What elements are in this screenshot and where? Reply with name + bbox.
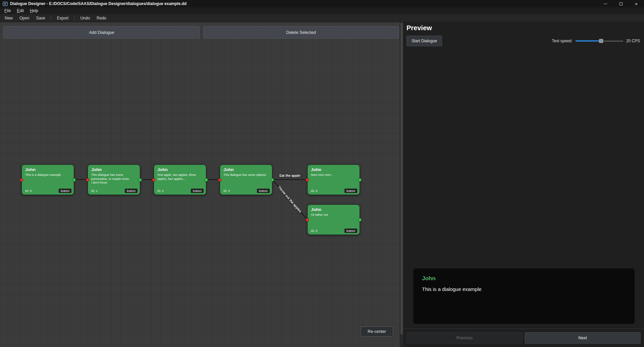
minimize-button[interactable]	[598, 0, 613, 7]
input-port[interactable]	[20, 178, 23, 182]
edge-label-eat-apple: Eat the apple	[279, 174, 300, 178]
preview-speaker-name: John	[422, 275, 626, 282]
node-anchor-select[interactable]: bottom	[344, 189, 357, 193]
node-anchor-select[interactable]: bottom	[191, 189, 204, 193]
node-speaker: John	[311, 167, 356, 172]
preview-footer: Previous Next	[403, 329, 644, 347]
node-footer: ID: 5 bottom	[311, 229, 357, 233]
node-speaker: John	[223, 167, 269, 172]
dialogue-preview-box: John This is a dialogue example	[413, 268, 635, 324]
node-footer: ID: 3 bottom	[223, 189, 270, 193]
close-button[interactable]: ×	[629, 0, 644, 7]
next-button[interactable]: Next	[525, 332, 641, 344]
input-port[interactable]	[152, 178, 155, 182]
maximize-button[interactable]	[613, 0, 629, 7]
menu-help[interactable]: Help	[27, 8, 41, 14]
toolbar-open[interactable]: Open	[16, 15, 33, 21]
window-title: Dialogue Designer - E:/DOCS/Code/SAAS/Di…	[10, 1, 186, 6]
node-anchor-select[interactable]: bottom	[59, 189, 71, 193]
input-port[interactable]	[86, 178, 89, 182]
node-id: ID: 2	[157, 189, 164, 193]
node-speaker: John	[91, 167, 137, 172]
dialogue-node-0[interactable]: John This is a dialogue example ID: 0 bo…	[21, 164, 74, 195]
node-id: ID: 5	[311, 229, 317, 233]
title-bar: Dialogue Designer - E:/DOCS/Code/SAAS/Di…	[0, 0, 644, 7]
canvas-vertical-scrollbar[interactable]	[400, 22, 403, 347]
scrollbar-thumb[interactable]	[400, 23, 403, 335]
dialogue-node-5[interactable]: John I'd rather not ID: 5 bottom	[307, 204, 360, 235]
minimize-icon	[604, 4, 607, 4]
node-id: ID: 1	[91, 189, 98, 193]
node-text: I'd rather not	[311, 213, 356, 217]
menu-edit[interactable]: Edit	[14, 8, 27, 14]
main-area: Add Dialogue Delete Selected Eat the app…	[0, 22, 644, 347]
output-port[interactable]	[271, 178, 274, 182]
node-speaker: John	[25, 167, 70, 172]
edge-label-throw-apples: Throw out the apples	[277, 185, 302, 213]
node-footer: ID: 4 bottom	[311, 189, 357, 193]
output-port[interactable]	[358, 218, 362, 221]
input-port[interactable]	[306, 218, 309, 221]
menu-bar: File Edit Help	[0, 7, 644, 14]
preview-panel: Preview Start Dialogue Text speed: 20 CP…	[403, 22, 644, 347]
dialogue-node-1[interactable]: John This dialogue has some punctuation,…	[88, 164, 140, 195]
node-speaker: John	[311, 207, 356, 212]
node-id: ID: 3	[223, 189, 230, 193]
output-port[interactable]	[139, 178, 142, 182]
toolbar-save[interactable]: Save	[33, 15, 48, 21]
preview-title: Preview	[407, 24, 432, 32]
toolbar-undo[interactable]: Undo	[77, 15, 93, 21]
delete-selected-button[interactable]: Delete Selected	[203, 26, 399, 39]
output-port[interactable]	[205, 178, 208, 182]
node-graph-canvas[interactable]: Add Dialogue Delete Selected Eat the app…	[0, 22, 400, 347]
dialogue-node-2[interactable]: John One apple, two apples, three apples…	[154, 164, 206, 195]
previous-button[interactable]: Previous	[407, 332, 523, 344]
node-speaker: John	[157, 167, 203, 172]
recenter-button[interactable]: Re-center	[361, 327, 393, 337]
text-speed-label: Text speed:	[552, 39, 572, 43]
app-window: Dialogue Designer - E:/DOCS/Code/SAAS/Di…	[0, 0, 644, 347]
text-speed-value: 20 CPS	[626, 39, 640, 43]
app-icon	[3, 1, 8, 6]
node-text: This dialogue has some options	[223, 173, 269, 177]
slider-fill	[576, 40, 601, 42]
dialogue-node-4[interactable]: John Nom nom nom... ID: 4 bottom	[307, 164, 360, 195]
node-text: One apple, two apples, three apples, fou…	[157, 173, 203, 181]
slider-handle[interactable]	[599, 39, 603, 43]
preview-dialogue-text: This is a dialogue example	[422, 286, 626, 292]
node-anchor-select[interactable]: bottom	[125, 189, 138, 193]
node-id: ID: 4	[311, 189, 317, 193]
maximize-icon	[620, 2, 623, 5]
node-anchor-select[interactable]: bottom	[257, 189, 270, 193]
menu-file[interactable]: File	[1, 8, 14, 14]
window-controls: ×	[598, 0, 644, 7]
dialogue-node-3[interactable]: John This dialogue has some options ID: …	[220, 164, 272, 195]
node-anchor-select[interactable]: bottom	[344, 229, 357, 233]
node-footer: ID: 0 bottom	[25, 189, 71, 193]
toolbar: New Open Save Export Undo Redo	[0, 14, 644, 22]
output-port[interactable]	[358, 178, 362, 182]
node-id: ID: 0	[25, 189, 32, 193]
toolbar-separator	[74, 15, 74, 20]
preview-controls: Start Dialogue Text speed: 20 CPS	[407, 36, 640, 46]
start-dialogue-button[interactable]: Start Dialogue	[407, 36, 442, 46]
add-dialogue-button[interactable]: Add Dialogue	[3, 26, 200, 39]
node-text: This is a dialogue example	[25, 173, 70, 177]
toolbar-new[interactable]: New	[1, 15, 16, 21]
node-text: This dialogue has some punctuation, or m…	[91, 173, 137, 185]
toolbar-separator	[51, 15, 51, 20]
text-speed-slider[interactable]	[576, 39, 623, 43]
input-port[interactable]	[218, 178, 221, 182]
node-footer: ID: 1 bottom	[91, 189, 138, 193]
close-icon: ×	[635, 1, 638, 6]
toolbar-redo[interactable]: Redo	[93, 15, 110, 21]
text-speed-control: Text speed: 20 CPS	[552, 39, 640, 43]
output-port[interactable]	[72, 178, 76, 182]
toolbar-export[interactable]: Export	[54, 15, 72, 21]
node-footer: ID: 2 bottom	[157, 189, 204, 193]
node-text: Nom nom nom...	[311, 173, 356, 177]
input-port[interactable]	[306, 178, 309, 182]
